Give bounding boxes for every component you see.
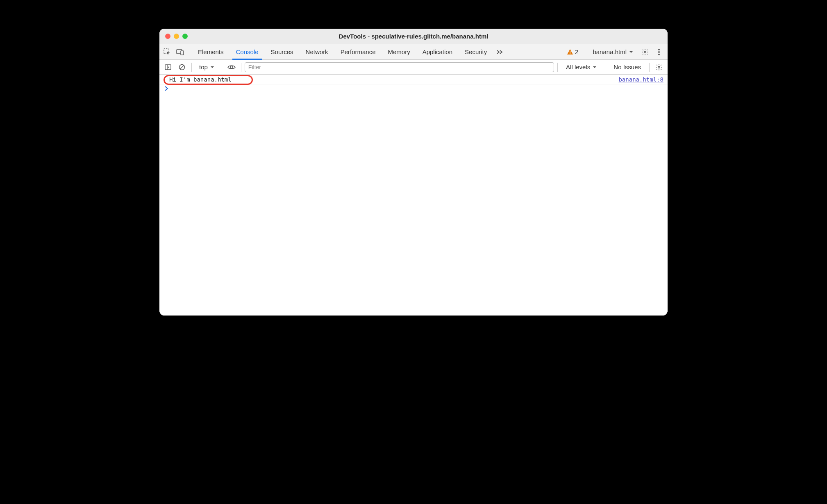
svg-point-7 bbox=[658, 51, 660, 53]
status-right: 2 banana.html bbox=[563, 44, 668, 59]
tab-performance[interactable]: Performance bbox=[334, 44, 382, 59]
close-window-button[interactable] bbox=[165, 34, 170, 39]
context-dropdown[interactable]: top bbox=[195, 64, 218, 70]
tab-application[interactable]: Application bbox=[416, 44, 459, 59]
chevron-down-icon bbox=[629, 50, 633, 54]
chevron-down-icon bbox=[593, 65, 597, 69]
warnings-count: 2 bbox=[575, 48, 578, 55]
tab-console[interactable]: Console bbox=[230, 44, 265, 59]
clear-console-icon[interactable] bbox=[176, 61, 188, 73]
tab-label: Memory bbox=[388, 48, 410, 55]
window-title: DevTools - speculative-rules.glitch.me/b… bbox=[159, 33, 668, 40]
divider bbox=[585, 48, 585, 57]
divider bbox=[222, 63, 222, 72]
tab-label: Console bbox=[236, 48, 259, 55]
issues-button[interactable]: No Issues bbox=[609, 64, 646, 70]
tab-label: Elements bbox=[198, 48, 224, 55]
traffic-lights bbox=[159, 34, 188, 39]
log-message: Hi I'm banana.html bbox=[169, 76, 618, 83]
log-levels-dropdown[interactable]: All levels bbox=[561, 64, 602, 70]
warning-icon bbox=[567, 49, 573, 55]
filter-input[interactable] bbox=[245, 62, 554, 72]
divider bbox=[649, 63, 650, 72]
divider bbox=[241, 63, 241, 72]
console-body: Hi I'm banana.html banana.html:8 bbox=[159, 75, 668, 316]
log-row: Hi I'm banana.html banana.html:8 bbox=[159, 75, 668, 84]
issues-label: No Issues bbox=[613, 64, 641, 70]
tab-elements[interactable]: Elements bbox=[192, 44, 230, 59]
tab-network[interactable]: Network bbox=[300, 44, 334, 59]
panel-tabs: Elements Console Sources Network Perform… bbox=[192, 44, 493, 59]
devtools-window: DevTools - speculative-rules.glitch.me/b… bbox=[159, 29, 668, 316]
svg-rect-3 bbox=[570, 51, 570, 53]
kebab-menu-icon[interactable] bbox=[653, 46, 665, 58]
divider bbox=[557, 63, 558, 72]
divider bbox=[191, 63, 192, 72]
console-prompt[interactable] bbox=[159, 84, 668, 93]
tab-label: Security bbox=[465, 48, 487, 55]
svg-point-5 bbox=[644, 51, 646, 53]
tab-label: Network bbox=[306, 48, 328, 55]
svg-rect-2 bbox=[181, 51, 184, 55]
tab-label: Sources bbox=[271, 48, 293, 55]
tab-sources[interactable]: Sources bbox=[265, 44, 300, 59]
context-label: top bbox=[199, 64, 208, 70]
divider bbox=[190, 47, 190, 57]
minimize-window-button[interactable] bbox=[174, 34, 179, 39]
target-dropdown[interactable]: banana.html bbox=[588, 48, 637, 55]
toggle-sidebar-icon[interactable] bbox=[162, 61, 174, 73]
chevron-down-icon bbox=[210, 65, 214, 69]
more-tabs-button[interactable] bbox=[493, 44, 507, 59]
device-toolbar-icon[interactable] bbox=[174, 46, 186, 58]
divider bbox=[605, 63, 605, 72]
svg-point-8 bbox=[658, 54, 660, 55]
svg-line-12 bbox=[180, 65, 184, 69]
prompt-caret-icon bbox=[164, 86, 169, 91]
titlebar: DevTools - speculative-rules.glitch.me/b… bbox=[159, 29, 668, 44]
inspect-element-icon[interactable] bbox=[161, 46, 173, 58]
levels-label: All levels bbox=[566, 64, 590, 70]
tab-memory[interactable]: Memory bbox=[382, 44, 416, 59]
svg-point-13 bbox=[230, 66, 233, 68]
zoom-window-button[interactable] bbox=[182, 34, 188, 39]
live-expression-icon[interactable] bbox=[225, 61, 238, 73]
warnings-badge[interactable]: 2 bbox=[563, 48, 582, 55]
log-source-link[interactable]: banana.html:8 bbox=[618, 76, 663, 83]
svg-point-14 bbox=[658, 66, 660, 68]
tab-label: Application bbox=[423, 48, 452, 55]
console-toolbar: top All levels No Issues bbox=[159, 60, 668, 75]
tabs-left-tools bbox=[159, 44, 188, 59]
tab-label: Performance bbox=[341, 48, 376, 55]
svg-rect-4 bbox=[570, 53, 570, 54]
tab-security[interactable]: Security bbox=[459, 44, 493, 59]
console-settings-icon[interactable] bbox=[653, 61, 665, 73]
settings-icon[interactable] bbox=[639, 46, 651, 58]
svg-point-6 bbox=[658, 49, 660, 50]
tabs-bar: Elements Console Sources Network Perform… bbox=[159, 44, 668, 60]
target-label: banana.html bbox=[593, 48, 627, 55]
